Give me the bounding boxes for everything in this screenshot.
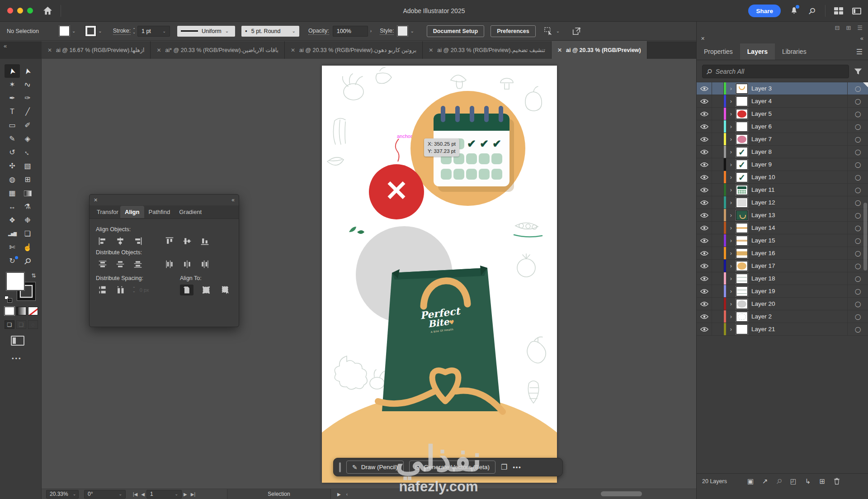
lock-toggle-cell[interactable]: [712, 272, 724, 285]
horizontal-distribute-space-icon[interactable]: [113, 285, 127, 295]
visibility-eye-icon[interactable]: [697, 222, 712, 234]
layer-row[interactable]: › Layer 14 ◯: [697, 222, 868, 234]
expand-chevron-icon[interactable]: ›: [726, 174, 736, 181]
rotation-select[interactable]: 0°⌄: [84, 490, 126, 499]
eyedropper-tool[interactable]: ⚗: [20, 200, 35, 214]
expand-chevron-icon[interactable]: ›: [726, 224, 736, 231]
export-arrow-icon[interactable]: ↗: [762, 477, 768, 485]
opacity-label[interactable]: Opacity:: [308, 28, 329, 35]
direct-selection-tool[interactable]: ➤: [20, 64, 35, 78]
style-label[interactable]: Style:: [380, 28, 394, 35]
previous-artboard-icon[interactable]: ◀: [141, 492, 145, 497]
expand-chevron-icon[interactable]: ›: [726, 212, 736, 219]
lock-toggle-cell[interactable]: [712, 285, 724, 297]
curvature-tool[interactable]: ✑: [20, 91, 35, 105]
layer-name[interactable]: Layer 16: [748, 250, 847, 257]
pen-tool[interactable]: ✒: [5, 91, 20, 105]
layer-row[interactable]: › Layer 10 ◯: [697, 171, 868, 184]
layer-target-icon[interactable]: ◯: [847, 323, 868, 335]
layer-row[interactable]: › Layer 20 ◯: [697, 298, 868, 310]
align-to-selection-icon[interactable]: [199, 285, 213, 295]
horizontal-scrollbar-thumb[interactable]: [601, 491, 642, 496]
column-graph-tool[interactable]: ▂▅▇: [5, 227, 20, 241]
magic-wand-tool[interactable]: ✶: [5, 78, 20, 91]
symbol-sprayer-tool[interactable]: ❉: [20, 214, 35, 227]
last-artboard-icon[interactable]: ▶|: [191, 492, 195, 497]
expand-chevron-icon[interactable]: ›: [726, 262, 736, 269]
layer-target-icon[interactable]: ◯: [847, 146, 868, 158]
document-tab[interactable]: ✕ ai* @ 20.33 % (RGB/Preview).باقات الار…: [151, 41, 285, 59]
layer-target-icon[interactable]: ◯: [847, 82, 868, 95]
layer-row[interactable]: › Layer 15 ◯: [697, 234, 868, 247]
filter-funnel-icon[interactable]: [854, 67, 863, 76]
layer-thumbnail[interactable]: [736, 261, 748, 271]
draw-behind-icon[interactable]: ❏: [16, 320, 26, 329]
lock-toggle-cell[interactable]: [712, 310, 724, 323]
layer-name[interactable]: Layer 21: [748, 326, 847, 333]
document-tab[interactable]: ✕ ai @ 16.67 % (RGB/Preview).ازهلها: [42, 41, 151, 59]
layer-thumbnail[interactable]: [736, 286, 748, 296]
style-swatch[interactable]: [397, 26, 408, 36]
swap-fill-stroke-icon[interactable]: ⇄: [31, 273, 37, 278]
lock-toggle-cell[interactable]: [712, 234, 724, 247]
close-tab-icon[interactable]: ✕: [557, 47, 562, 53]
lock-toggle-cell[interactable]: [712, 298, 724, 310]
expand-chevron-icon[interactable]: ›: [726, 85, 736, 92]
layer-row[interactable]: › Layer 21 ◯: [697, 323, 868, 336]
workspace-panes-icon[interactable]: [834, 6, 844, 16]
align-panel-tab[interactable]: Transfor: [92, 206, 120, 218]
tab-layers[interactable]: Layers: [740, 43, 775, 60]
artboard-number-select[interactable]: 1⌄: [146, 490, 182, 499]
taskbar-drag-handle[interactable]: [339, 462, 341, 472]
visibility-eye-icon[interactable]: [697, 95, 712, 107]
vertical-distribute-space-icon[interactable]: [96, 285, 109, 295]
document-tab[interactable]: ✕ ai @ 20.33 % (RGB/Preview).تنشيف تضخيم: [423, 41, 552, 59]
align-to-key-object-icon[interactable]: [219, 285, 232, 295]
generate-vectors-button[interactable]: ⊡ Generate Vectors (Beta): [409, 461, 495, 474]
layer-target-icon[interactable]: ◯: [847, 171, 868, 183]
lock-toggle-cell[interactable]: [712, 222, 724, 234]
visibility-eye-icon[interactable]: [697, 310, 712, 323]
layer-thumbnail[interactable]: [736, 109, 748, 119]
color-button[interactable]: [5, 307, 14, 315]
layer-name[interactable]: Layer 6: [748, 123, 847, 130]
zoom-tool[interactable]: ⚲: [20, 254, 35, 268]
visibility-eye-icon[interactable]: [697, 247, 712, 259]
layer-thumbnail[interactable]: [736, 134, 748, 144]
close-tab-icon[interactable]: ✕: [291, 47, 295, 53]
align-panel-tab[interactable]: Gradient: [175, 206, 206, 218]
layer-thumbnail[interactable]: [736, 185, 748, 195]
layer-row[interactable]: › Layer 2 ◯: [697, 310, 868, 323]
expand-chevron-icon[interactable]: ›: [726, 250, 736, 257]
opacity-field[interactable]: 100%: [333, 26, 368, 37]
close-tab-icon[interactable]: ✕: [47, 47, 52, 53]
layer-name[interactable]: Layer 10: [748, 174, 847, 181]
expand-chevron-icon[interactable]: ›: [726, 98, 736, 105]
opacity-chevron-icon[interactable]: ›: [370, 29, 372, 33]
visibility-eye-icon[interactable]: [697, 146, 712, 158]
stroke-weight-label[interactable]: Stroke:: [113, 28, 131, 35]
lock-toggle-cell[interactable]: [712, 209, 724, 221]
eraser-tool[interactable]: ◈: [20, 132, 35, 146]
layer-name[interactable]: Layer 20: [748, 300, 847, 307]
hand-tool[interactable]: ☝: [20, 241, 35, 254]
collect-for-export-icon[interactable]: ▣: [747, 477, 754, 485]
expand-chevron-icon[interactable]: ›: [726, 123, 736, 130]
document-setup-button[interactable]: Document Setup: [427, 25, 484, 37]
bell-icon[interactable]: [789, 6, 799, 16]
layer-target-icon[interactable]: ◯: [847, 310, 868, 323]
layer-thumbnail[interactable]: [736, 223, 748, 233]
style-chevron-icon[interactable]: ⌄: [410, 29, 414, 33]
layers-scrollbar-thumb[interactable]: [863, 203, 867, 271]
horizontal-distribute-center-icon[interactable]: [180, 259, 194, 270]
layer-row[interactable]: › Layer 9 ◯: [697, 158, 868, 171]
layer-row[interactable]: › Layer 17 ◯: [697, 260, 868, 272]
mesh-tool[interactable]: ▦: [5, 186, 20, 200]
horizontal-align-left-icon[interactable]: [96, 236, 109, 247]
tab-libraries[interactable]: Libraries: [775, 43, 814, 60]
visibility-eye-icon[interactable]: [697, 298, 712, 310]
artboard[interactable]: ✕ ✔✔✔ anchor X: 350.25 pt Y: 337.23 pt: [322, 66, 557, 483]
visibility-eye-icon[interactable]: [697, 133, 712, 145]
layer-thumbnail[interactable]: [736, 236, 748, 246]
expand-chevron-icon[interactable]: ›: [726, 136, 736, 143]
